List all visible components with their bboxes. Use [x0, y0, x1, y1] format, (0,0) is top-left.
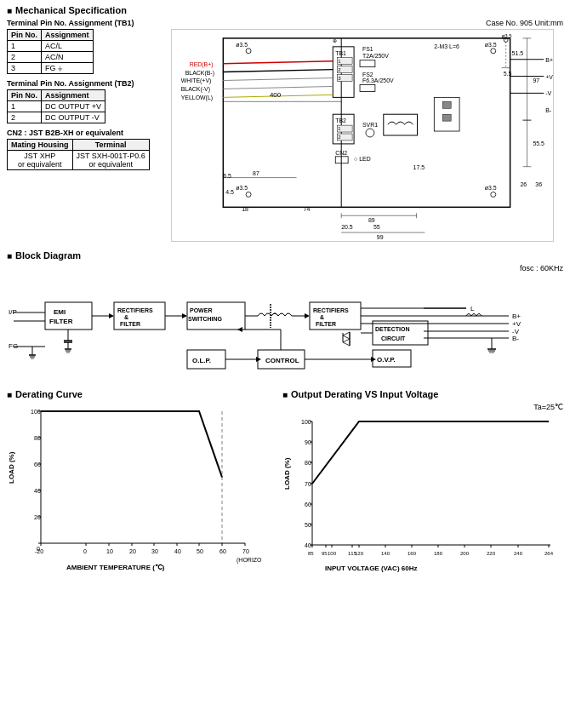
svg-text:ø3.5: ø3.5	[236, 42, 248, 48]
mech-spec-header: Mechanical Specification	[7, 5, 563, 15]
svg-text:400: 400	[270, 91, 282, 99]
block-diagram-svg: I/P FG EMI FILTER	[7, 274, 563, 381]
tb1-table: Pin No.Assignment 1AC/L 2AC/N 3FG ⏚	[7, 29, 94, 74]
svg-rect-89	[442, 101, 451, 108]
svg-marker-157	[256, 357, 261, 362]
svg-text:50: 50	[197, 548, 203, 554]
svg-text:L: L	[470, 305, 475, 312]
svg-rect-12	[360, 60, 375, 67]
svg-line-33	[223, 86, 333, 89]
svg-marker-160	[237, 327, 242, 332]
svg-text:LOAD (%): LOAD (%)	[283, 457, 291, 490]
svg-text:2: 2	[338, 135, 340, 140]
svg-text:60: 60	[305, 502, 311, 507]
svg-text:40: 40	[174, 548, 181, 554]
svg-text:97: 97	[533, 77, 539, 83]
svg-point-59	[246, 49, 251, 54]
svg-text:-V: -V	[545, 90, 551, 96]
cn2-table: Mating HousingTerminal JST XHPor equival…	[7, 139, 150, 170]
svg-text:ø3.5: ø3.5	[502, 33, 513, 38]
svg-text:200: 200	[460, 551, 470, 556]
svg-text:BLACK(B-): BLACK(B-)	[185, 70, 214, 77]
cn2-title: CN2 : JST B2B-XH or equivalent	[7, 129, 164, 137]
svg-point-61	[246, 192, 251, 197]
svg-text:20.5: 20.5	[341, 224, 353, 230]
svg-text:20: 20	[129, 548, 136, 554]
tb1-r3c2: FG ⏚	[42, 63, 94, 74]
svg-text:100: 100	[31, 409, 41, 415]
svg-text:FS2: FS2	[362, 72, 373, 77]
svg-text:26: 26	[521, 181, 527, 187]
svg-text:85: 85	[308, 551, 314, 556]
svg-text:5.5: 5.5	[504, 71, 512, 77]
svg-text:BLACK(-V): BLACK(-V)	[181, 86, 210, 93]
svg-text:70: 70	[242, 548, 249, 554]
block-diagram-header: Block Diagram	[7, 250, 563, 261]
derating-svg: LOAD (%) 100 80 60 40 20 0	[7, 403, 262, 573]
svg-text:EMI: EMI	[54, 308, 66, 316]
mech-drawing-svg: TB1 1 2 3 FS1 T2A/250V FS2 F6.3A/250V	[171, 29, 554, 242]
svg-text:0: 0	[83, 548, 87, 554]
svg-text:87: 87	[253, 170, 259, 176]
fosc-label: fosc : 60KHz	[7, 264, 563, 272]
svg-text:51.5: 51.5	[512, 50, 524, 56]
block-diagram-section: Block Diagram fosc : 60KHz I/P FG EMI FI…	[7, 250, 563, 382]
tb1-r2c1: 2	[8, 52, 42, 63]
svg-text:2-M3 L=6: 2-M3 L=6	[434, 43, 459, 49]
svg-text:-20: -20	[35, 548, 43, 554]
svg-text:POWER: POWER	[190, 307, 212, 313]
tb2-col1: Pin No.	[8, 90, 42, 101]
svg-text:100: 100	[301, 419, 311, 425]
svg-text:ø3.5: ø3.5	[485, 42, 497, 48]
svg-text:40: 40	[34, 488, 41, 494]
svg-text:264: 264	[544, 551, 554, 556]
case-info: Case No. 905 Unit:mm	[171, 19, 563, 27]
svg-text:18: 18	[242, 206, 248, 212]
output-derating-svg: LOAD (%) 100 90 80 70 60 50 40	[282, 413, 563, 583]
svg-text:80: 80	[34, 435, 41, 441]
svg-text:○ LED: ○ LED	[354, 156, 371, 162]
tb1-r3c1: 3	[8, 63, 42, 74]
svg-text:WHITE(+V): WHITE(+V)	[181, 77, 212, 84]
svg-text:AMBIENT TEMPERATURE (℃): AMBIENT TEMPERATURE (℃)	[66, 564, 165, 571]
svg-text:FILTER: FILTER	[316, 321, 336, 327]
svg-text:30: 30	[151, 548, 158, 554]
derating-curve-section: Derating Curve LOAD (%) 100 80 60 40	[7, 389, 274, 585]
svg-text:&: &	[124, 314, 128, 320]
svg-text:B+: B+	[545, 57, 553, 63]
svg-marker-165	[343, 332, 350, 339]
svg-text:(HORIZONTAL): (HORIZONTAL)	[237, 557, 262, 564]
tb2-r1c2: DC OUTPUT +V	[42, 101, 105, 112]
svg-text:CIRCUIT: CIRCUIT	[381, 335, 406, 341]
svg-text:B-: B-	[512, 335, 519, 342]
svg-text:LOAD (%): LOAD (%)	[8, 451, 15, 484]
svg-text:240: 240	[514, 551, 523, 556]
svg-marker-163	[371, 357, 376, 362]
svg-marker-118	[182, 313, 187, 318]
svg-text:FILTER: FILTER	[120, 321, 140, 327]
svg-text:ø3.5: ø3.5	[485, 185, 497, 191]
svg-text:T2A/250V: T2A/250V	[362, 53, 389, 59]
svg-text:140: 140	[381, 551, 390, 556]
mech-tables: Terminal Pin No. Assignment (TB1) Pin No…	[7, 19, 164, 244]
tb2-title: Terminal Pin No. Assignment (TB2)	[7, 79, 164, 88]
svg-text:INPUT VOLTAGE (VAC) 60Hz: INPUT VOLTAGE (VAC) 60Hz	[325, 565, 417, 572]
cn2-r1c2: JST SXH-001T-P0.6or equivalent	[72, 151, 149, 170]
svg-text:17.5: 17.5	[413, 164, 425, 170]
svg-text:I/P: I/P	[9, 308, 17, 316]
svg-text:160: 160	[408, 551, 417, 556]
output-derating-header: Output Derating VS Input Voltage	[282, 389, 563, 399]
svg-line-29	[223, 70, 333, 72]
svg-text:DETECTION: DETECTION	[375, 326, 409, 332]
tb2-table: Pin No.Assignment 1DC OUTPUT +V 2DC OUTP…	[7, 89, 105, 123]
tb1-col1: Pin No.	[8, 30, 42, 41]
svg-text:60: 60	[219, 548, 226, 554]
mech-spec-title: Mechanical Specification	[15, 5, 127, 15]
svg-text:O.V.P.: O.V.P.	[377, 356, 396, 364]
cn2-col1: Mating Housing	[8, 140, 73, 151]
charts-row: Derating Curve LOAD (%) 100 80 60 40	[7, 389, 563, 585]
tb2-col2: Assignment	[42, 90, 105, 101]
svg-text:SVR1: SVR1	[362, 122, 378, 128]
mech-spec-content: Terminal Pin No. Assignment (TB1) Pin No…	[7, 19, 563, 244]
svg-text:TB2: TB2	[335, 118, 346, 123]
